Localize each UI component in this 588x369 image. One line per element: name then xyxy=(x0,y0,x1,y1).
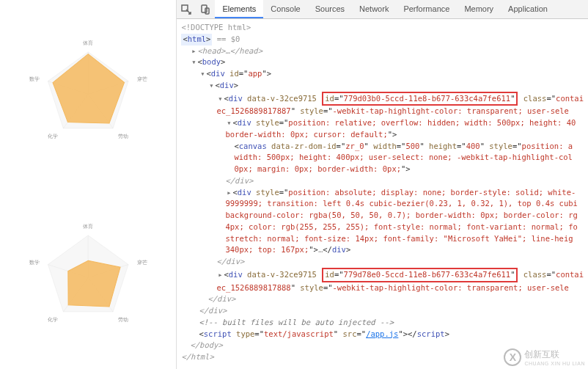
tab-network[interactable]: Network xyxy=(352,0,396,18)
code-line[interactable]: ▾<div style="position: relative; overflo… xyxy=(181,117,584,129)
watermark-brand: X 创新互联 CHUANG XIN HU LIAN xyxy=(504,348,585,366)
tooltip-div-line[interactable]: ▸<div style="position: absolute; display… xyxy=(181,187,584,199)
inspect-icon[interactable] xyxy=(177,0,196,19)
body-open-line[interactable]: ▾<body> xyxy=(181,56,584,68)
radar-chart-2: 体育穿芒劳动化学数学 xyxy=(4,187,172,363)
expand-toggle-icon[interactable]: ▸ xyxy=(216,269,224,281)
devtools-toolbar: ElementsConsoleSourcesNetworkPerformance… xyxy=(177,0,588,19)
code-line: ec_1526889817887" style="-webkit-tap-hig… xyxy=(181,106,584,117)
radar-svg-1: 体育穿芒劳动化学数学 xyxy=(4,4,172,180)
brand-name-en: CHUANG XIN HU LIAN xyxy=(524,361,585,366)
expand-toggle-icon[interactable]: ▸ xyxy=(225,187,232,199)
svg-text:穿芒: 穿芒 xyxy=(137,76,147,82)
code-line: border-width: 0px; cursor: default;"> xyxy=(181,129,584,141)
svg-text:劳动: 劳动 xyxy=(118,316,128,323)
highlighted-id-1: id="779d03b0-5ccd-11e8-b677-633c4a7fe611… xyxy=(322,92,518,106)
canvas-line[interactable]: <canvas data-zr-dom-id="zr_0" width="500… xyxy=(181,141,584,153)
code-line: </div> xyxy=(181,256,584,268)
tab-sources[interactable]: Sources xyxy=(308,0,352,18)
radar-chart-1: 体育穿芒劳动化学数学 xyxy=(4,4,172,180)
chart1-div-line[interactable]: ▾<div data-v-32ce9715 id="779d03b0-5ccd-… xyxy=(181,92,584,106)
collapse-toggle-icon[interactable]: ▾ xyxy=(190,56,197,68)
devtools-tabs: ElementsConsoleSourcesNetworkPerformance… xyxy=(215,0,554,18)
tab-application[interactable]: Application xyxy=(501,0,555,18)
device-toggle-icon[interactable] xyxy=(196,0,215,19)
code-line: width: 500px; height: 400px; user-select… xyxy=(181,152,584,164)
code-line: </div> xyxy=(181,305,584,317)
svg-text:体育: 体育 xyxy=(83,223,93,230)
svg-text:化学: 化学 xyxy=(48,133,58,139)
comment-line: <!-- built files will be auto injected -… xyxy=(181,317,584,329)
script-line[interactable]: <script type="text/javascript" src="/app… xyxy=(181,329,584,340)
tab-console[interactable]: Console xyxy=(263,0,307,18)
code-line: stretch: normal; font-size: 14px; font-f… xyxy=(181,233,584,245)
app-div-line[interactable]: ▾<div id="app"> xyxy=(181,68,584,80)
chart2-div-line[interactable]: ▸<div data-v-32ce9715 id="779d78e0-5ccd-… xyxy=(181,268,584,282)
elements-tree[interactable]: <!DOCTYPE html> <html> == $0 ▸<head>…</h… xyxy=(177,19,588,369)
html-open-line[interactable]: <html> == $0 xyxy=(181,34,584,45)
code-line: </div> xyxy=(181,175,584,187)
svg-text:数学: 数学 xyxy=(29,259,40,266)
code-line: background-color: rgba(50, 50, 50, 0.7);… xyxy=(181,210,584,222)
svg-text:体育: 体育 xyxy=(83,40,93,46)
svg-text:穿芒: 穿芒 xyxy=(137,259,147,266)
svg-text:数学: 数学 xyxy=(29,76,40,82)
code-line: ec_1526889817888" style="-webkit-tap-hig… xyxy=(181,282,584,294)
charts-panel: 体育穿芒劳动化学数学 体育穿芒劳动化学数学 xyxy=(0,0,176,369)
inner-div-line[interactable]: ▾<div> xyxy=(181,80,584,92)
devtools-panel: ElementsConsoleSourcesNetworkPerformance… xyxy=(176,0,588,369)
highlighted-id-2: id="779d78e0-5ccd-11e8-b677-633c4a7fe611… xyxy=(322,268,518,282)
brand-logo-icon: X xyxy=(504,348,521,366)
code-line: 340px; top: 167px;">…</div> xyxy=(181,244,584,256)
code-line: 9999999; transition: left 0.4s cubic-bez… xyxy=(181,198,584,210)
collapse-toggle-icon[interactable]: ▾ xyxy=(225,117,232,129)
brand-name-cn: 创新互联 xyxy=(524,348,585,361)
expand-toggle-icon[interactable]: ▸ xyxy=(190,45,197,57)
svg-text:劳动: 劳动 xyxy=(118,133,128,139)
collapse-toggle-icon[interactable]: ▾ xyxy=(216,93,224,105)
code-line: </div> xyxy=(181,293,584,305)
code-line: 0px; margin: 0px; border-width: 0px;"> xyxy=(181,164,584,175)
tab-elements[interactable]: Elements xyxy=(215,0,263,18)
doctype-line: <!DOCTYPE html> xyxy=(181,22,584,34)
svg-text:化学: 化学 xyxy=(48,316,58,323)
collapse-toggle-icon[interactable]: ▾ xyxy=(199,68,206,80)
collapse-toggle-icon[interactable]: ▾ xyxy=(207,80,215,92)
radar-svg-2: 体育穿芒劳动化学数学 xyxy=(4,187,172,363)
svg-rect-33 xyxy=(202,5,207,12)
head-line[interactable]: ▸<head>…</head> xyxy=(181,45,584,57)
code-line: 4px; color: rgb(255, 255, 255); font-sty… xyxy=(181,222,584,233)
tab-memory[interactable]: Memory xyxy=(457,0,501,18)
tab-performance[interactable]: Performance xyxy=(396,0,457,18)
